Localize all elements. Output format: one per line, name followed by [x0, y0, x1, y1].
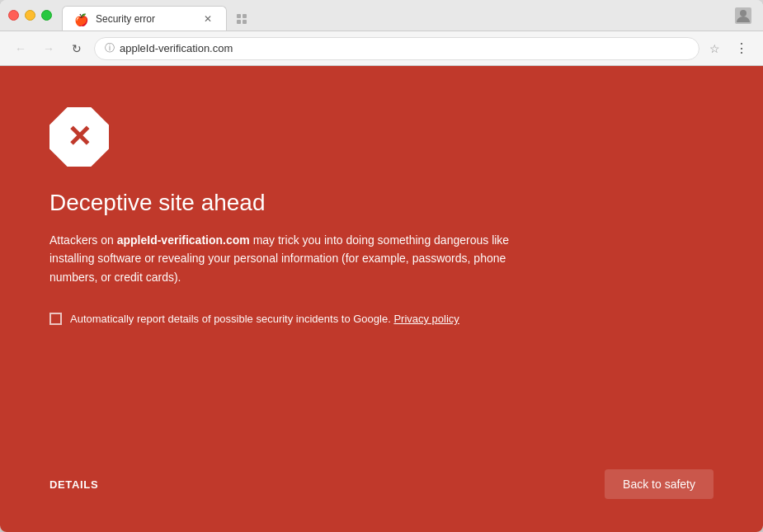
minimize-button[interactable]: [25, 10, 35, 21]
warning-icon-container: ✕: [49, 107, 109, 167]
report-checkbox-row: Automatically report details of possible…: [49, 313, 714, 325]
svg-rect-1: [243, 14, 247, 18]
error-description: Attackers on appleId-verification.com ma…: [49, 231, 528, 286]
url-text: appleId-verification.com: [120, 42, 689, 54]
url-bar[interactable]: ⓘ appleId-verification.com: [94, 37, 699, 60]
new-tab-button[interactable]: [230, 7, 253, 31]
svg-point-5: [740, 10, 747, 16]
tab-close-button[interactable]: ✕: [201, 12, 214, 26]
forward-button[interactable]: →: [38, 38, 59, 59]
bottom-actions: DETAILS Back to safety: [49, 469, 714, 499]
profile-button[interactable]: [732, 4, 755, 27]
error-x-icon: ✕: [67, 122, 92, 152]
tab-title: Security error: [96, 13, 195, 25]
error-page: ✕ Deceptive site ahead Attackers on appl…: [0, 66, 763, 532]
back-button[interactable]: ←: [10, 38, 31, 59]
details-button[interactable]: DETAILS: [49, 478, 98, 491]
refresh-button[interactable]: ↻: [66, 38, 87, 59]
checkbox-label: Automatically report details of possible…: [70, 313, 459, 325]
back-to-safety-button[interactable]: Back to safety: [605, 469, 714, 499]
tab-favicon: 🍎: [74, 13, 86, 25]
browser-window: 🍎 Security error ✕ ←: [0, 0, 763, 532]
lock-icon: ⓘ: [105, 41, 115, 55]
privacy-policy-link[interactable]: Privacy policy: [393, 313, 459, 325]
bookmark-button[interactable]: ☆: [706, 40, 723, 57]
tabs-area: 🍎 Security error ✕: [62, 0, 732, 31]
error-domain: appleId-verification.com: [117, 233, 250, 247]
address-bar: ← → ↻ ⓘ appleId-verification.com ☆ ⋮: [0, 31, 763, 66]
svg-rect-3: [243, 20, 247, 24]
maximize-button[interactable]: [41, 10, 52, 21]
error-title: Deceptive site ahead: [49, 190, 714, 216]
svg-rect-0: [237, 14, 241, 18]
report-checkbox[interactable]: [49, 313, 62, 325]
svg-rect-2: [237, 20, 241, 24]
menu-button[interactable]: ⋮: [730, 39, 753, 58]
error-desc-prefix: Attackers on: [49, 233, 117, 247]
close-button[interactable]: [8, 10, 19, 21]
title-bar: 🍎 Security error ✕: [0, 0, 763, 31]
traffic-lights: [8, 10, 52, 21]
active-tab[interactable]: 🍎 Security error ✕: [62, 6, 227, 31]
